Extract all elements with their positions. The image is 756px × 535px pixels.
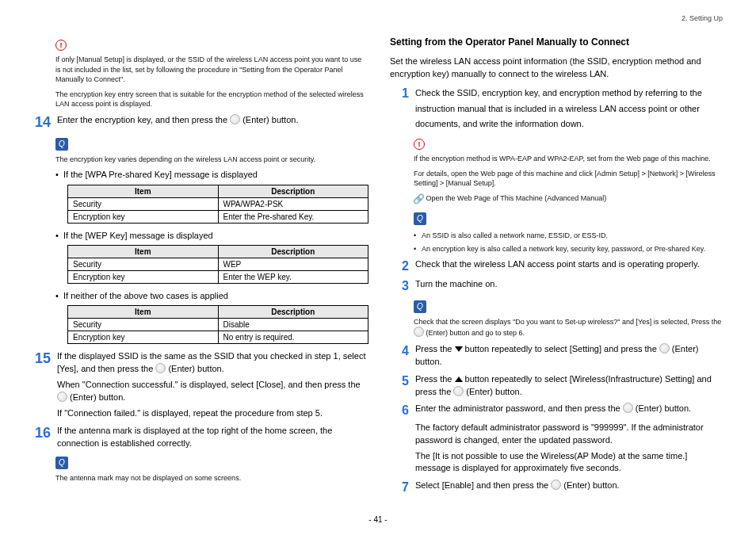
step-number: 14 <box>32 114 57 132</box>
warn-r-1: If the encryption method is WPA-EAP and … <box>414 154 724 164</box>
step-number: 15 <box>32 350 57 368</box>
link-row: 🔗 Open the Web Page of This Machine (Adv… <box>414 193 724 204</box>
th-item: Item <box>68 245 219 258</box>
step-text: If the displayed SSID is the same as the… <box>57 350 366 376</box>
step-14: 14 Enter the encryption key, and then pr… <box>32 114 366 132</box>
note-icon: Q <box>414 300 426 313</box>
t: (Enter) button. <box>464 387 521 396</box>
td: WPA/WPA2-PSK <box>218 197 368 210</box>
t: (Enter) button and go to step 6. <box>424 329 525 337</box>
note-b1: An SSID is also called a network name, E… <box>414 231 724 241</box>
td: Encryption key <box>68 331 219 344</box>
step-number: 4 <box>390 343 415 358</box>
step-text: Check that the wireless LAN access point… <box>415 258 724 271</box>
th-desc: Description <box>218 245 368 258</box>
note-r3: Check that the screen displays "Do you w… <box>414 317 724 338</box>
page-body: ! If only [Manual Setup] is displayed, o… <box>0 0 756 535</box>
link-text[interactable]: Open the Web Page of This Machine (Advan… <box>426 194 607 202</box>
note-icon: Q <box>55 457 68 469</box>
step-1: 1 Check the SSID, encryption key, and en… <box>390 86 724 132</box>
step-number: 3 <box>390 278 415 293</box>
step-3: 3 Turn the machine on. <box>390 278 724 293</box>
up-triangle-icon <box>455 376 463 382</box>
step-text: Press the button repeatedly to select [W… <box>415 373 724 399</box>
step-16: 16 If the antenna mark is displayed at t… <box>32 425 366 450</box>
th-item: Item <box>68 306 219 319</box>
enter-icon <box>230 114 240 124</box>
page-number: - 41 - <box>0 515 756 524</box>
warning-icon: ! <box>414 139 425 150</box>
note-text-14: The encryption key varies depending on t… <box>55 155 366 165</box>
t: Press the <box>415 374 455 384</box>
bullet-wep: If the [WEP Key] message is displayed <box>55 230 366 242</box>
t: Select [Enable] and then press the <box>415 480 551 490</box>
step-number: 7 <box>390 480 415 495</box>
step-7: 7 Select [Enable] and then press the (En… <box>390 480 724 495</box>
note-b2: An encryption key is also called a netwo… <box>414 244 724 254</box>
step-number: 1 <box>390 86 415 101</box>
table-wpa: ItemDescription SecurityWPA/WPA2-PSK Enc… <box>67 185 368 224</box>
warning-icon: ! <box>55 40 67 51</box>
th-desc: Description <box>218 306 368 319</box>
t: (Enter) button. <box>67 392 125 402</box>
td: Disable <box>218 319 368 331</box>
step6-sub1: The factory default administrator passwo… <box>415 422 724 447</box>
warning-block-right: ! If the encryption method is WPA-EAP an… <box>414 136 724 204</box>
step-number: 6 <box>390 403 415 418</box>
enter-icon <box>659 343 670 353</box>
enter-icon <box>155 363 166 373</box>
warn-text-2: The encryption key entry screen that is … <box>55 90 366 109</box>
t: Press the <box>415 344 455 353</box>
warn-text-1: If only [Manual Setup] is displayed, or … <box>55 55 366 85</box>
td: No entry is required. <box>218 331 368 344</box>
enter-icon <box>551 480 561 490</box>
t: (Enter) button. <box>166 364 223 373</box>
bullet-wpa: If the [WPA Pre-shared Key] message is d… <box>55 169 366 181</box>
enter-icon <box>57 392 67 402</box>
link-icon: 🔗 <box>414 194 424 204</box>
step6-sub2: The [It is not possible to use the Wirel… <box>415 450 724 476</box>
step-text: Turn the machine on. <box>415 278 724 291</box>
note-text-16: The antenna mark may not be displayed on… <box>55 473 366 483</box>
step-text: Enter the administrator password, and th… <box>415 403 724 415</box>
step-2: 2 Check that the wireless LAN access poi… <box>390 258 724 273</box>
t: Enter the administrator password, and th… <box>415 403 623 413</box>
td: Enter the Pre-shared Key. <box>218 210 368 223</box>
td: Security <box>68 258 219 270</box>
step-4: 4 Press the button repeatedly to select … <box>390 343 724 369</box>
down-triangle-icon <box>455 346 463 352</box>
step-text: Check the SSID, encryption key, and encr… <box>415 86 724 132</box>
note-icon: Q <box>55 138 68 151</box>
section-intro: Set the wireless LAN access point inform… <box>390 55 724 81</box>
note-block-14: Q The encryption key varies depending on… <box>55 135 366 165</box>
t: When "Connection successful." is display… <box>57 380 361 389</box>
right-column: Setting from the Operator Panel Manually… <box>390 19 724 511</box>
left-column: ! If only [Manual Setup] is displayed, o… <box>32 19 366 511</box>
t: button repeatedly to select [Setting] an… <box>463 344 659 353</box>
step-number: 2 <box>390 258 415 273</box>
note-block-r1: Q An SSID is also called a network name,… <box>414 209 724 254</box>
bullet-none: If neither of the above two cases is app… <box>55 290 366 302</box>
td: Encryption key <box>68 210 219 223</box>
td: Enter the WEP key. <box>218 270 368 283</box>
step-text: Press the button repeatedly to select [S… <box>415 343 724 369</box>
warning-block-left: ! If only [Manual Setup] is displayed, o… <box>55 36 366 109</box>
table-none: ItemDescription SecurityDisable Encrypti… <box>67 305 368 344</box>
td: WEP <box>218 258 368 270</box>
enter-icon <box>453 386 464 396</box>
enter-icon <box>414 327 424 337</box>
td: Security <box>68 319 219 331</box>
step-5: 5 Press the button repeatedly to select … <box>390 373 724 399</box>
t: (Enter) button. <box>633 403 691 413</box>
step-15: 15 If the displayed SSID is the same as … <box>32 350 366 376</box>
section-heading: Setting from the Operator Panel Manually… <box>390 36 724 48</box>
step-text: If the antenna mark is displayed at the … <box>57 425 366 450</box>
step15-sub2: If "Connection failed." is displayed, re… <box>57 407 366 420</box>
note-block-16: Q The antenna mark may not be displayed … <box>55 453 366 483</box>
step-text-b: (Enter) button. <box>240 115 298 124</box>
warn-r-2: For details, open the Web page of this m… <box>414 169 724 189</box>
step-number: 5 <box>390 373 415 388</box>
note-icon: Q <box>414 212 426 225</box>
th-item: Item <box>68 185 219 197</box>
step15-sub1: When "Connection successful." is display… <box>57 379 366 404</box>
